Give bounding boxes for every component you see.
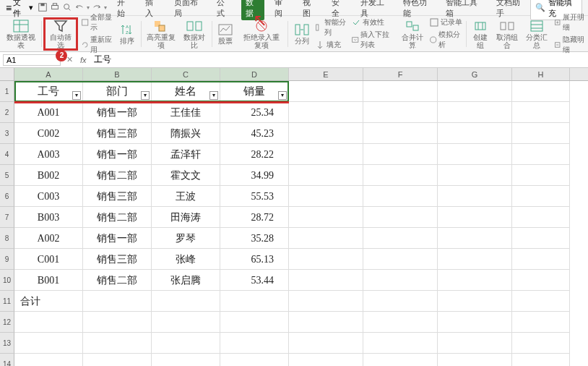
chevron-down-icon[interactable]: ▾ — [87, 4, 90, 11]
row-header[interactable]: 11 — [0, 291, 14, 312]
cell[interactable]: 销售一部 — [83, 102, 152, 123]
preview-icon[interactable] — [62, 2, 72, 14]
consolidate-button[interactable]: 合并计算 — [397, 17, 427, 51]
cell[interactable] — [438, 81, 512, 102]
cell[interactable]: 销售二部 — [83, 165, 152, 186]
col-header-e[interactable]: E — [289, 68, 363, 80]
cell[interactable]: 隋振兴 — [152, 123, 220, 144]
cell[interactable]: A002 — [14, 228, 83, 249]
cell[interactable] — [512, 228, 570, 249]
cell[interactable] — [363, 249, 438, 270]
show-all-button[interactable]: 全部显示 — [79, 12, 116, 33]
cell[interactable] — [438, 291, 512, 312]
cell[interactable]: A003 — [14, 144, 83, 165]
row-header[interactable]: 14 — [0, 354, 14, 366]
cell[interactable]: 25.34 — [220, 102, 289, 123]
cell[interactable] — [289, 270, 363, 291]
cell[interactable]: 销售三部 — [83, 186, 152, 207]
cell[interactable] — [512, 249, 570, 270]
col-header-h[interactable]: H — [512, 68, 570, 80]
cell[interactable] — [14, 312, 83, 333]
cell[interactable] — [289, 228, 363, 249]
cell[interactable] — [512, 207, 570, 228]
cell[interactable]: C002 — [14, 123, 83, 144]
col-header-c[interactable]: C — [152, 68, 220, 80]
cell[interactable]: 销售三部 — [83, 123, 152, 144]
cell[interactable] — [83, 354, 152, 366]
cell[interactable] — [220, 291, 289, 312]
cell[interactable] — [289, 333, 363, 354]
cell[interactable]: 张峰 — [152, 249, 220, 270]
col-header-a[interactable]: A — [14, 68, 83, 80]
cell[interactable] — [438, 102, 512, 123]
cell[interactable] — [438, 270, 512, 291]
cell[interactable] — [289, 81, 363, 102]
fill-button[interactable]: 填充 — [314, 39, 350, 51]
cell[interactable] — [438, 144, 512, 165]
cell[interactable]: 销售三部 — [83, 249, 152, 270]
cell[interactable] — [289, 207, 363, 228]
cell[interactable] — [438, 228, 512, 249]
cell[interactable]: 销售二部 — [83, 207, 152, 228]
cell[interactable]: 35.28 — [220, 228, 289, 249]
data-compare-button[interactable]: 数据对比 — [179, 17, 209, 51]
cell[interactable] — [83, 333, 152, 354]
cell[interactable] — [363, 312, 438, 333]
cell[interactable] — [289, 123, 363, 144]
cell[interactable] — [14, 354, 83, 366]
cell[interactable]: 28.22 — [220, 144, 289, 165]
insert-dropdown-button[interactable]: 插入下拉列表 — [350, 29, 398, 51]
cell[interactable] — [289, 354, 363, 366]
hide-detail-button[interactable]: 隐藏明细 — [552, 34, 588, 56]
cell[interactable] — [512, 354, 570, 366]
cell[interactable]: 53.44 — [220, 270, 289, 291]
cell[interactable] — [363, 333, 438, 354]
row-header[interactable]: 12 — [0, 312, 14, 333]
cell[interactable]: 合计 — [14, 291, 83, 312]
cell[interactable] — [363, 144, 438, 165]
cell[interactable]: C001 — [14, 249, 83, 270]
create-group-button[interactable]: 创建组 — [468, 17, 492, 51]
auto-filter-button[interactable]: 自动筛选 2 — [43, 17, 77, 51]
cell[interactable]: B003 — [14, 207, 83, 228]
cell[interactable] — [512, 123, 570, 144]
save-icon[interactable] — [38, 2, 48, 14]
cell[interactable] — [512, 270, 570, 291]
highlight-dup-button[interactable]: 高亮重复项 — [144, 17, 180, 51]
filter-icon[interactable]: ▾ — [141, 91, 150, 100]
cell[interactable] — [438, 165, 512, 186]
cell[interactable] — [512, 102, 570, 123]
cell[interactable] — [438, 186, 512, 207]
cell[interactable]: 销售一部 — [83, 228, 152, 249]
cell[interactable] — [220, 312, 289, 333]
cell[interactable] — [438, 354, 512, 366]
sort-button[interactable]: AZ 排序 — [116, 17, 139, 51]
fx-icon[interactable]: fx — [76, 56, 91, 64]
row-header[interactable]: 10 — [0, 270, 14, 291]
cell[interactable] — [152, 354, 220, 366]
row-header[interactable]: 2 — [0, 102, 14, 123]
cell[interactable]: 王波 — [152, 186, 220, 207]
chevron-down-icon[interactable]: ▾ — [104, 4, 107, 11]
cell[interactable]: 销售二部 — [83, 270, 152, 291]
cell[interactable] — [289, 291, 363, 312]
cell[interactable] — [512, 333, 570, 354]
row-header[interactable]: 6 — [0, 186, 14, 207]
cell[interactable]: C003 — [14, 186, 83, 207]
cell[interactable] — [289, 249, 363, 270]
row-header[interactable]: 13 — [0, 333, 14, 354]
filter-icon[interactable]: ▾ — [72, 91, 81, 100]
ungroup-button[interactable]: 取消组合 — [492, 17, 522, 51]
cell[interactable]: 销售一部 — [83, 144, 152, 165]
cell[interactable]: B001 — [14, 270, 83, 291]
row-header[interactable]: 4 — [0, 144, 14, 165]
cell[interactable] — [289, 144, 363, 165]
cell[interactable] — [512, 312, 570, 333]
cell[interactable] — [438, 207, 512, 228]
pivot-button[interactable]: 数据透视表 — [3, 17, 39, 51]
cell[interactable] — [512, 291, 570, 312]
cell[interactable] — [289, 165, 363, 186]
cell[interactable]: 霍文文 — [152, 165, 220, 186]
cell[interactable]: 罗琴 — [152, 228, 220, 249]
header-cell[interactable]: 部门▾ — [83, 81, 152, 102]
